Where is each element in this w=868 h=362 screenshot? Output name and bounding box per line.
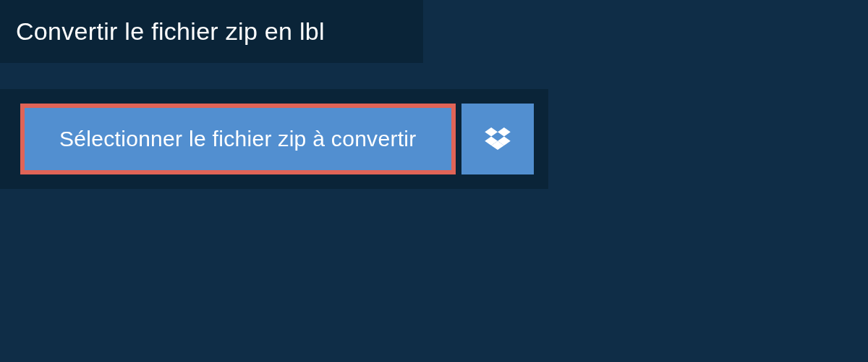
page-title: Convertir le fichier zip en lbl bbox=[16, 17, 407, 46]
select-file-button[interactable]: Sélectionner le fichier zip à convertir bbox=[20, 104, 456, 174]
title-bar: Convertir le fichier zip en lbl bbox=[0, 0, 423, 63]
upload-card: Sélectionner le fichier zip à convertir bbox=[0, 89, 548, 189]
select-file-label: Sélectionner le fichier zip à convertir bbox=[59, 127, 417, 151]
dropbox-icon bbox=[485, 127, 511, 151]
dropbox-button[interactable] bbox=[461, 104, 534, 174]
